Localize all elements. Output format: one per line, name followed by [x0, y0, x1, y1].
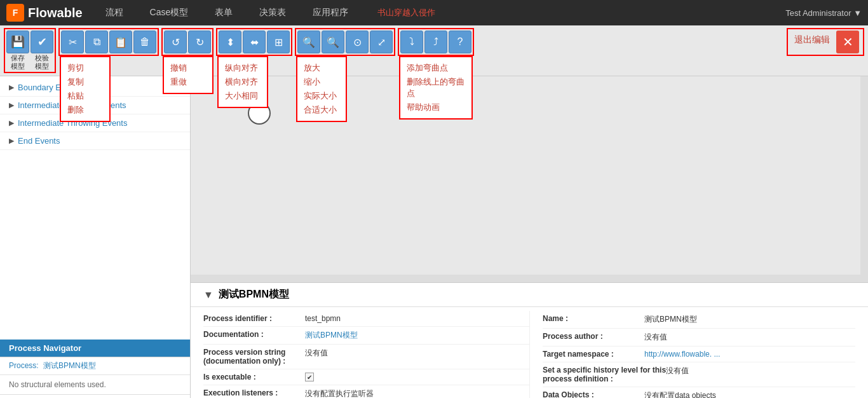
zoom-actual-button[interactable]: ⊙: [346, 31, 369, 53]
boundary-events-arrow: ▶: [9, 83, 14, 92]
nav-item-app[interactable]: 应用程序: [309, 4, 352, 21]
align-menu-same-size[interactable]: 大小相同: [225, 89, 261, 103]
bottom-panel: ▼ 测试BPMN模型 Process identifier : test_bpm…: [191, 282, 868, 398]
prop-value-name: 测试BPMN模型: [644, 314, 697, 325]
curve-buttons-row: ⤵ ⤴ ?: [400, 31, 471, 53]
cut-button[interactable]: ✂: [61, 31, 84, 53]
vertical-scrollbar[interactable]: [860, 76, 868, 275]
sidebar-scroll-left[interactable]: ‹: [0, 394, 190, 398]
edit-menu-cut[interactable]: 剪切: [67, 61, 103, 75]
zoom-menu-actual[interactable]: 实际大小: [304, 89, 339, 103]
save-validate-group: 💾 保存模型 ✔ 校验模型: [4, 28, 56, 73]
process-title: 测试BPMN模型: [219, 288, 289, 301]
canvas-area[interactable]: [191, 76, 868, 282]
edit-menu-delete[interactable]: 删除: [67, 103, 103, 117]
align-menu-horizontal[interactable]: 横向对齐: [225, 75, 261, 89]
process-title-bar: ▼ 测试BPMN模型: [191, 283, 868, 307]
delete-button[interactable]: 🗑: [133, 31, 156, 53]
redo-button[interactable]: ↻: [188, 31, 211, 53]
prop-value-documentation[interactable]: 测试BPMN模型: [305, 330, 358, 341]
end-events-arrow: ▶: [9, 137, 14, 145]
prop-label-name: Name :: [543, 314, 644, 325]
prop-row-version-string: Process version string(documentation onl…: [203, 345, 529, 369]
zoom-menu-fit[interactable]: 合适大小: [304, 103, 339, 117]
prop-label-execution-listeners: Execution listeners :: [203, 388, 305, 398]
exit-button[interactable]: ✕: [836, 31, 859, 53]
undo-dropdown: 撤销 重做: [163, 56, 214, 94]
nav-item-form[interactable]: 表单: [211, 4, 236, 21]
align-section: ⬍ ⬌ ⊞ 纵向对齐 横向对齐 大小相同: [216, 28, 292, 56]
remove-curve-button[interactable]: ⤴: [424, 31, 447, 53]
edit-menu-paste[interactable]: 粘贴: [67, 89, 103, 103]
process-navigator-header: Process Navigator: [0, 340, 190, 357]
curve-section: ⤵ ⤴ ? 添加弯曲点 删除线上的弯曲点 帮助动画: [398, 28, 474, 56]
add-curve-button[interactable]: ⤵: [400, 31, 423, 53]
save-button[interactable]: 💾: [6, 31, 29, 53]
validate-button[interactable]: ✔: [31, 31, 53, 53]
copy-button[interactable]: ⧉: [85, 31, 108, 53]
prop-row-data-objects: Data Objects : 没有配置data objects: [543, 387, 855, 398]
nav-item-case[interactable]: Case模型: [146, 4, 193, 21]
canvas-inner: [191, 76, 868, 282]
align-menu-vertical[interactable]: 纵向对齐: [225, 61, 261, 75]
user-info[interactable]: Test Administrator ▼: [785, 8, 862, 18]
left-sidebar: ▶ Boundary Events ▶ Intermediate Catchin…: [0, 76, 191, 398]
edit-menu-copy[interactable]: 复制: [67, 75, 103, 89]
prop-label-identifier: Process identifier :: [203, 314, 305, 323]
validate-button-group: ✔ 校验模型: [31, 31, 53, 71]
process-name-row: Process: 测试BPMN模型: [0, 357, 190, 375]
exit-label[interactable]: 退出编辑: [792, 31, 832, 50]
validate-label: 校验模型: [35, 54, 49, 71]
logo[interactable]: F Flowable: [6, 4, 83, 22]
prop-row-identifier: Process identifier : test_bpmn: [203, 311, 529, 327]
process-navigator-label: Process Navigator: [9, 343, 81, 353]
sidebar-item-end-events[interactable]: ▶ End Events: [0, 132, 190, 150]
end-events-label: End Events: [18, 136, 60, 146]
prop-row-namespace: Target namespace : http://www.flowable. …: [543, 347, 855, 362]
horizontal-scrollbar[interactable]: [191, 275, 868, 282]
zoom-dropdown: 放大 缩小 实际大小 合适大小: [296, 56, 347, 122]
top-navigation: F Flowable 流程 Case模型 表单 决策表 应用程序 书山穿越入侵作…: [0, 0, 868, 25]
undo-button[interactable]: ↺: [164, 31, 187, 53]
help-button[interactable]: ?: [449, 31, 471, 53]
align-vertical-button[interactable]: ⬍: [219, 31, 241, 53]
undo-menu-redo[interactable]: 重做: [170, 75, 206, 89]
zoom-in-button[interactable]: 🔍: [297, 31, 320, 53]
zoom-menu-in[interactable]: 放大: [304, 61, 339, 75]
undo-menu-undo[interactable]: 撤销: [170, 61, 206, 75]
paste-button[interactable]: 📋: [109, 31, 132, 53]
intermediate-throwing-arrow: ▶: [9, 119, 14, 127]
nav-item-process[interactable]: 流程: [102, 4, 127, 21]
zoom-menu-out[interactable]: 缩小: [304, 75, 339, 89]
prop-value-executable[interactable]: ✔: [305, 373, 314, 381]
exit-group: 退出编辑 ✕: [787, 28, 864, 56]
prop-value-identifier: test_bpmn: [305, 314, 341, 323]
save-button-group: 💾 保存模型: [6, 31, 29, 71]
zoom-buttons-row: 🔍 🔍 ⊙ ⤢: [297, 31, 393, 53]
edit-buttons-row: ✂ ⧉ 📋 🗑: [61, 31, 156, 53]
zoom-section: 🔍 🔍 ⊙ ⤢ 放大 缩小 实际大小 合适大小: [295, 28, 395, 56]
intermediate-catching-arrow: ▶: [9, 101, 14, 109]
prop-row-name: Name : 测试BPMN模型: [543, 311, 855, 329]
nav-item-decision[interactable]: 决策表: [255, 4, 290, 21]
align-horizontal-button[interactable]: ⬌: [243, 31, 266, 53]
same-size-button[interactable]: ⊞: [267, 31, 290, 53]
prop-value-namespace[interactable]: http://www.flowable. ...: [644, 350, 720, 359]
prop-value-version-string: 没有值: [305, 348, 328, 366]
curve-menu-add[interactable]: 添加弯曲点: [407, 61, 465, 75]
prop-value-data-objects: 没有配置data objects: [644, 390, 716, 398]
zoom-fit-button[interactable]: ⤢: [370, 31, 393, 53]
zoom-out-button[interactable]: 🔍: [322, 31, 344, 53]
prop-label-history-level: Set a specific history level for thispro…: [543, 366, 666, 383]
curve-menu-remove[interactable]: 删除线上的弯曲点: [407, 75, 465, 100]
curve-menu-animate[interactable]: 帮助动画: [407, 100, 465, 114]
logo-text: Flowable: [28, 6, 83, 20]
prop-label-data-objects: Data Objects :: [543, 390, 644, 398]
align-dropdown: 纵向对齐 横向对齐 大小相同: [217, 56, 268, 108]
flowable-logo-icon: F: [6, 4, 24, 22]
prop-label-executable: Is executable :: [203, 373, 305, 381]
edit-section: ✂ ⧉ 📋 🗑 剪切 复制 粘贴 删除: [58, 28, 159, 56]
prop-label-author: Process author :: [543, 332, 644, 343]
undo-buttons-row: ↺ ↻: [164, 31, 211, 53]
main-layout: ▶ Boundary Events ▶ Intermediate Catchin…: [0, 76, 868, 398]
